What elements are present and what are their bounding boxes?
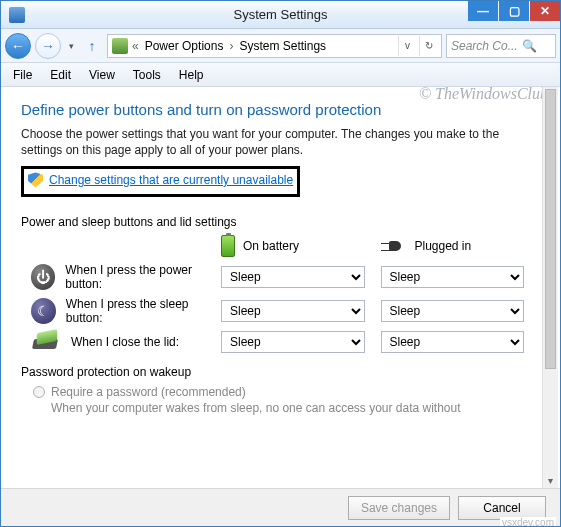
section-password: Password protection on wakeup Require a …	[21, 365, 540, 417]
power-button-plugged-select[interactable]: Sleep	[381, 266, 525, 288]
cancel-button[interactable]: Cancel	[458, 496, 546, 520]
lid-icon	[31, 331, 61, 353]
column-on-battery: On battery	[221, 235, 381, 257]
on-battery-label: On battery	[243, 239, 299, 253]
row-sleep-button: ☾ When I press the sleep button: Sleep S…	[21, 297, 540, 325]
page-heading: Define power buttons and turn on passwor…	[21, 101, 540, 118]
back-button[interactable]: ←	[5, 33, 31, 59]
close-button[interactable]: ✕	[530, 1, 560, 21]
close-lid-plugged-select[interactable]: Sleep	[381, 331, 525, 353]
chevron-right-icon: ›	[229, 39, 233, 53]
save-changes-button[interactable]: Save changes	[348, 496, 450, 520]
column-plugged-in: Plugged in	[381, 235, 541, 257]
sleep-button-plugged-select[interactable]: Sleep	[381, 300, 525, 322]
power-button-label: When I press the power button:	[65, 263, 221, 291]
address-bar: ← → ▾ ↑ « Power Options › System Setting…	[1, 29, 560, 63]
menu-view[interactable]: View	[81, 66, 123, 84]
power-button-battery-select[interactable]: Sleep	[221, 266, 365, 288]
forward-button[interactable]: →	[35, 33, 61, 59]
history-dropdown-icon[interactable]: ▾	[65, 41, 77, 51]
sleep-icon: ☾	[31, 298, 56, 324]
menu-bar: File Edit View Tools Help	[1, 63, 560, 87]
control-panel-icon	[112, 38, 128, 54]
app-icon	[9, 7, 25, 23]
footer: Save changes Cancel	[1, 488, 560, 526]
titlebar: System Settings — ▢ ✕	[1, 1, 560, 29]
menu-tools[interactable]: Tools	[125, 66, 169, 84]
search-icon: 🔍	[522, 39, 537, 53]
require-password-row: Require a password (recommended)	[33, 385, 540, 399]
power-settings-table: On battery Plugged in ⏻ When I press the…	[21, 235, 540, 353]
row-close-lid: When I close the lid: Sleep Sleep	[21, 331, 540, 353]
address-dropdown-icon[interactable]: v	[398, 36, 416, 56]
require-password-note: When your computer wakes from sleep, no …	[51, 401, 540, 417]
breadcrumb-prefix-icon: «	[132, 39, 139, 53]
sleep-button-label: When I press the sleep button:	[66, 297, 221, 325]
maximize-button[interactable]: ▢	[499, 1, 529, 21]
scroll-thumb[interactable]	[545, 89, 556, 369]
menu-file[interactable]: File	[5, 66, 40, 84]
section-power-buttons-title: Power and sleep buttons and lid settings	[21, 215, 540, 229]
battery-icon	[221, 235, 235, 257]
breadcrumb-item[interactable]: System Settings	[237, 39, 328, 53]
shield-icon	[28, 172, 43, 187]
change-settings-link[interactable]: Change settings that are currently unava…	[49, 173, 293, 187]
breadcrumb-item[interactable]: Power Options	[143, 39, 226, 53]
source-tag: vsxdev.com	[500, 517, 556, 527]
highlight-box: Change settings that are currently unava…	[21, 166, 300, 197]
refresh-icon[interactable]: ↻	[419, 36, 437, 56]
window-buttons: — ▢ ✕	[468, 1, 560, 21]
search-input[interactable]: Search Co... 🔍	[446, 34, 556, 58]
menu-help[interactable]: Help	[171, 66, 212, 84]
plug-icon	[381, 239, 407, 253]
section-password-title: Password protection on wakeup	[21, 365, 540, 379]
require-password-label: Require a password (recommended)	[51, 385, 246, 399]
content-area: Define power buttons and turn on passwor…	[1, 87, 560, 488]
minimize-button[interactable]: —	[468, 1, 498, 21]
search-placeholder: Search Co...	[451, 39, 518, 53]
up-button[interactable]: ↑	[81, 35, 103, 57]
row-power-button: ⏻ When I press the power button: Sleep S…	[21, 263, 540, 291]
close-lid-label: When I close the lid:	[71, 335, 179, 349]
vertical-scrollbar[interactable]: ▴ ▾	[542, 87, 558, 488]
sleep-button-battery-select[interactable]: Sleep	[221, 300, 365, 322]
require-password-radio	[33, 386, 45, 398]
close-lid-battery-select[interactable]: Sleep	[221, 331, 365, 353]
power-icon: ⏻	[31, 264, 55, 290]
page-description: Choose the power settings that you want …	[21, 126, 540, 158]
plugged-in-label: Plugged in	[415, 239, 472, 253]
breadcrumb[interactable]: « Power Options › System Settings v ↻	[107, 34, 442, 58]
menu-edit[interactable]: Edit	[42, 66, 79, 84]
scroll-down-icon[interactable]: ▾	[543, 472, 558, 488]
